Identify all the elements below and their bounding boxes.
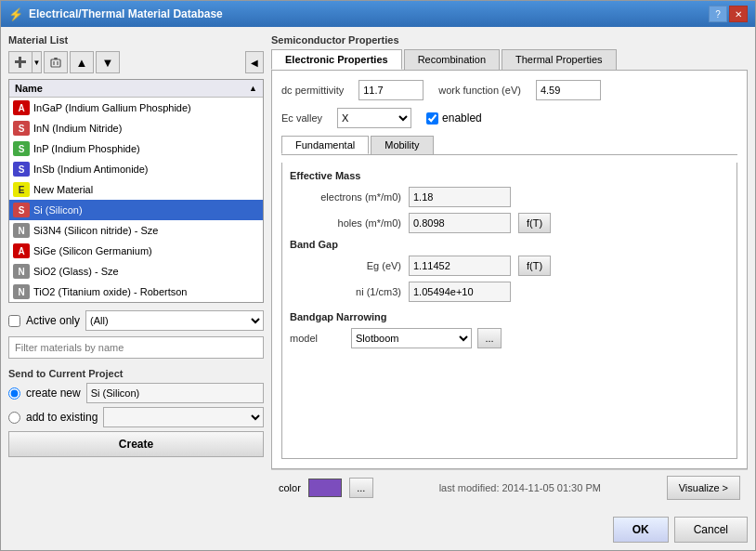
window-icon: ⚡ bbox=[8, 7, 23, 21]
sub-tab-fundamental[interactable]: Fundamental bbox=[281, 136, 369, 154]
list-item[interactable]: N Si3N4 (Silicon nitride) - Sze bbox=[9, 220, 263, 241]
list-item[interactable]: S InP (Indium Phosphide) bbox=[9, 138, 263, 159]
create-new-label: create new bbox=[26, 387, 81, 400]
list-header: Name ▲ bbox=[9, 80, 263, 98]
material-list-label: Material List bbox=[8, 34, 264, 46]
item-name: InSb (Indium Antimonide) bbox=[33, 164, 149, 175]
item-icon: S bbox=[13, 141, 30, 156]
item-name: SiGe (Silicon Germanium) bbox=[33, 245, 152, 256]
ni-label: ni (1/cm3) bbox=[290, 286, 401, 297]
top-props-row: dc permittivity work function (eV) bbox=[281, 80, 737, 100]
work-function-label: work function (eV) bbox=[438, 85, 521, 96]
work-function-input[interactable] bbox=[536, 80, 601, 100]
electrons-input[interactable] bbox=[409, 187, 511, 207]
list-item-selected[interactable]: S Si (Silicon) bbox=[9, 200, 263, 220]
send-to-project: Send to Current Project create new add t… bbox=[8, 368, 264, 457]
help-button[interactable]: ? bbox=[709, 6, 727, 22]
material-toolbar: ▼ ▲ ▼ ◀ bbox=[8, 51, 264, 73]
svg-rect-1 bbox=[19, 57, 21, 68]
material-list: Name ▲ A InGaP (Indium Gallium Phosphide… bbox=[8, 79, 264, 303]
item-name: Si (Silicon) bbox=[33, 204, 83, 216]
eg-label: Eg (eV) bbox=[290, 260, 401, 271]
color-swatch[interactable] bbox=[308, 479, 342, 497]
model-dots-button[interactable]: ... bbox=[477, 328, 502, 348]
item-icon: S bbox=[13, 162, 30, 177]
move-up-button[interactable]: ▲ bbox=[70, 51, 94, 73]
sub-tab-mobility[interactable]: Mobility bbox=[371, 136, 433, 154]
enabled-check: enabled bbox=[426, 112, 482, 125]
effective-mass-title: Effective Mass bbox=[290, 170, 729, 181]
semiconductor-properties-label: Semiconductor Properties bbox=[271, 34, 748, 46]
footer-buttons: OK Cancel bbox=[1, 513, 755, 550]
add-btn-group: ▼ bbox=[8, 51, 42, 73]
svg-rect-3 bbox=[54, 58, 58, 59]
ok-button[interactable]: OK bbox=[613, 517, 669, 543]
electrons-row: electrons (m*/m0) bbox=[290, 187, 729, 207]
list-item[interactable]: N TiO2 (Titanium oxide) - Robertson bbox=[9, 282, 263, 302]
right-panel: Semiconductor Properties Electronic Prop… bbox=[271, 34, 748, 505]
main-window: ⚡ Electrical/Thermal Material Database ?… bbox=[0, 0, 756, 551]
holes-row: holes (m*/m0) f(T) bbox=[290, 213, 729, 233]
color-dots-button[interactable]: ... bbox=[349, 478, 373, 498]
list-item[interactable]: A InGaP (Indium Gallium Phosphide) bbox=[9, 98, 263, 118]
electronic-properties-content: dc permittivity work function (eV) Ec va… bbox=[271, 70, 748, 469]
list-item[interactable]: A SiGe (Silicon Germanium) bbox=[9, 241, 263, 261]
active-only-checkbox[interactable] bbox=[8, 315, 20, 327]
fundamental-content: Effective Mass electrons (m*/m0) holes (… bbox=[281, 163, 737, 459]
filter-input[interactable] bbox=[8, 336, 264, 359]
item-icon: N bbox=[13, 284, 30, 299]
item-name: Si3N4 (Silicon nitride) - Sze bbox=[33, 225, 159, 236]
tab-recombination[interactable]: Recombination bbox=[404, 49, 500, 70]
tab-electronic-properties[interactable]: Electronic Properties bbox=[271, 49, 402, 70]
ec-valley-select[interactable]: X Gamma L bbox=[337, 108, 411, 128]
electrons-label: electrons (m*/m0) bbox=[290, 191, 401, 203]
item-name: SiO2 (Glass) - Sze bbox=[33, 266, 119, 277]
collapse-panel-button[interactable]: ◀ bbox=[245, 51, 264, 73]
add-existing-row: add to existing bbox=[8, 407, 264, 427]
list-item[interactable]: E New Material bbox=[9, 179, 263, 200]
item-icon: N bbox=[13, 264, 30, 279]
eg-row: Eg (eV) f(T) bbox=[290, 256, 729, 276]
holes-ft-button[interactable]: f(T) bbox=[518, 213, 551, 233]
sort-icon: ▲ bbox=[249, 84, 257, 93]
create-button[interactable]: Create bbox=[8, 431, 264, 457]
cancel-button[interactable]: Cancel bbox=[674, 517, 748, 543]
last-modified: last modified: 2014-11-05 01:30 PM bbox=[381, 482, 659, 493]
tab-thermal-properties[interactable]: Thermal Properties bbox=[502, 49, 617, 70]
list-item[interactable]: S InSb (Indium Antimonide) bbox=[9, 159, 263, 179]
eg-input[interactable] bbox=[409, 256, 511, 276]
add-material-button[interactable] bbox=[8, 51, 33, 73]
ni-input[interactable] bbox=[409, 282, 511, 302]
item-name: New Material bbox=[33, 184, 93, 195]
model-select[interactable]: Slotboom None del Alamo bbox=[351, 328, 472, 348]
item-icon: A bbox=[13, 243, 30, 258]
eg-ft-button[interactable]: f(T) bbox=[518, 256, 551, 276]
existing-select[interactable] bbox=[103, 407, 264, 427]
add-existing-label: add to existing bbox=[26, 411, 98, 424]
item-name: InP (Indium Phosphide) bbox=[33, 143, 140, 154]
model-label: model bbox=[290, 333, 345, 344]
create-new-radio[interactable] bbox=[8, 387, 20, 400]
bandgap-narrowing-title: Bandgap Narrowing bbox=[290, 311, 729, 322]
color-label: color bbox=[279, 482, 301, 493]
visualize-button[interactable]: Visualize > bbox=[667, 476, 740, 500]
dc-permittivity-input[interactable] bbox=[358, 80, 424, 100]
holes-input[interactable] bbox=[409, 213, 511, 233]
category-select[interactable]: (All) Semiconductor Insulator Metal bbox=[85, 310, 264, 331]
move-down-button[interactable]: ▼ bbox=[96, 51, 120, 73]
item-name: InGaP (Indium Gallium Phosphide) bbox=[33, 102, 191, 113]
holes-label: holes (m*/m0) bbox=[290, 217, 401, 229]
window-title: Electrical/Thermal Material Database bbox=[29, 7, 703, 20]
create-new-name-input[interactable] bbox=[86, 383, 264, 403]
list-item[interactable]: N SiO2 (Glass) - Sze bbox=[9, 261, 263, 282]
svg-rect-2 bbox=[51, 59, 60, 67]
add-dropdown-button[interactable]: ▼ bbox=[33, 51, 42, 73]
title-bar-controls: ? ✕ bbox=[709, 6, 748, 22]
enabled-checkbox[interactable] bbox=[426, 112, 438, 125]
delete-material-button[interactable] bbox=[44, 51, 68, 73]
close-button[interactable]: ✕ bbox=[729, 6, 748, 22]
active-only-row: Active only (All) Semiconductor Insulato… bbox=[8, 310, 264, 331]
main-content: Material List ▼ ▲ ▼ ◀ bbox=[1, 27, 755, 513]
list-item[interactable]: S InN (Indium Nitride) bbox=[9, 118, 263, 138]
add-existing-radio[interactable] bbox=[8, 412, 20, 424]
